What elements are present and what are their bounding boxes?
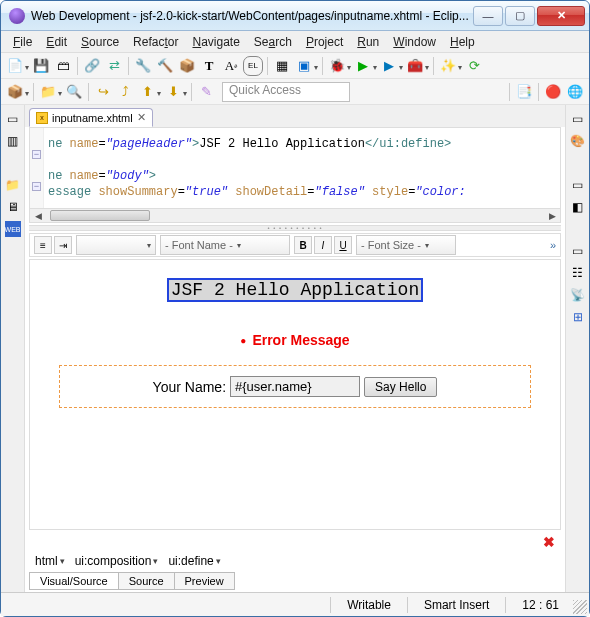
restore-view-icon[interactable]: ▭ [570,177,586,193]
menu-project[interactable]: Project [300,33,349,51]
tree-view-icon[interactable]: ⊞ [570,309,586,325]
new-wizard-icon[interactable]: ✨ [438,56,458,76]
split-resizer[interactable]: • • • • • • • • • • [29,225,561,231]
close-button[interactable]: ✕ [537,6,585,26]
wand-icon[interactable]: ✎ [196,82,216,102]
dropdown-icon[interactable]: ▾ [25,59,29,72]
italic-icon[interactable]: I [314,236,332,254]
restore-view-icon[interactable]: ▭ [570,243,586,259]
dropdown-icon[interactable]: ▾ [157,85,161,98]
page-heading[interactable]: JSF 2 Hello Application [169,280,421,300]
scrollbar-thumb[interactable] [50,210,150,221]
perspective-web-icon[interactable]: 🌐 [565,82,585,102]
run-icon[interactable]: ▶ [353,56,373,76]
package-icon[interactable]: 📦 [177,56,197,76]
quick-access-input[interactable]: Quick Access [222,82,350,102]
menu-refactor[interactable]: Refactor [127,33,184,51]
menu-help[interactable]: Help [444,33,481,51]
prev-icon[interactable]: ⬆ [137,82,157,102]
servers-view-icon[interactable]: 📡 [570,287,586,303]
box-icon[interactable]: ▦ [272,56,292,76]
properties-view-icon[interactable]: ☷ [570,265,586,281]
dropdown-icon[interactable]: ▾ [458,59,462,72]
tab-preview[interactable]: Preview [174,572,235,590]
next-icon[interactable]: ⬇ [163,82,183,102]
dropdown-icon[interactable]: ▾ [373,59,377,72]
align-indent-icon[interactable]: ⇥ [54,236,72,254]
menu-file[interactable]: File [7,33,38,51]
editor-tab[interactable]: x inputname.xhtml ✕ [29,108,153,127]
scroll-right-icon[interactable]: ▶ [544,209,560,222]
window-titlebar[interactable]: Web Development - jsf-2.0-kick-start/Web… [1,1,589,31]
menu-run[interactable]: Run [351,33,385,51]
scroll-left-icon[interactable]: ◀ [30,209,46,222]
sync-icon[interactable]: ⟳ [464,56,484,76]
tab-close-icon[interactable]: ✕ [137,111,146,124]
save-icon[interactable]: 💾 [31,56,51,76]
palette-icon[interactable]: 🎨 [570,133,586,149]
view-blank-icon[interactable] [570,221,586,237]
dropdown-icon[interactable]: ▾ [399,59,403,72]
perspective-jboss-icon[interactable]: 🔴 [543,82,563,102]
tab-visual-source[interactable]: Visual/Source [29,572,119,590]
bold-icon[interactable]: B [294,236,312,254]
new-icon[interactable]: 📄 [5,56,25,76]
font-size-select[interactable]: - Font Size -▾ [356,235,456,255]
say-hello-button[interactable]: Say Hello [364,377,437,397]
el-icon[interactable]: EL [243,56,263,76]
folder-icon[interactable]: 📁 [38,82,58,102]
outline-view-icon[interactable]: ◧ [570,199,586,215]
menu-navigate[interactable]: Navigate [186,33,245,51]
restore-view-icon[interactable]: ▭ [570,111,586,127]
dropdown-icon[interactable]: ▾ [25,85,29,98]
tool-icon[interactable]: 🔧 [133,56,153,76]
underline-icon[interactable]: U [334,236,352,254]
style-select[interactable]: ▾ [76,235,156,255]
link-icon[interactable]: 🔗 [82,56,102,76]
view-blank-icon[interactable] [570,155,586,171]
source-editor[interactable]: − − ne name="pageHeader">JSF 2 Hello App… [29,127,561,223]
save-all-icon[interactable]: 🗃 [53,56,73,76]
align-left-icon[interactable]: ≡ [34,236,52,254]
server-icon[interactable]: ▣ [294,56,314,76]
breadcrumb-item[interactable]: ui:composition ▾ [75,554,159,568]
font-icon[interactable]: Aè [221,56,241,76]
build-icon[interactable]: 🔨 [155,56,175,76]
view-outline-icon[interactable]: ▥ [5,133,21,149]
view-blank-icon[interactable] [5,155,21,171]
view-navigator-icon[interactable]: 📁 [5,177,21,193]
dropdown-icon[interactable]: ▾ [314,59,318,72]
run-server-icon[interactable]: ▶ [379,56,399,76]
visual-preview-pane[interactable]: JSF 2 Hello Application ● Error Message … [29,259,561,530]
dropdown-icon[interactable]: ▾ [425,59,429,72]
breadcrumb-item[interactable]: ui:define ▾ [168,554,220,568]
nav-b-icon[interactable]: ⤴ [115,82,135,102]
name-input[interactable]: #{user.name} [230,376,360,397]
horizontal-scrollbar[interactable]: ◀ ▶ [30,208,560,222]
maximize-button[interactable]: ▢ [505,6,535,26]
toolbar-overflow-icon[interactable]: » [550,239,556,251]
menu-search[interactable]: Search [248,33,298,51]
tab-source[interactable]: Source [118,572,175,590]
code-content[interactable]: ne name="pageHeader">JSF 2 Hello Applica… [30,128,560,208]
search-icon[interactable]: 🔍 [64,82,84,102]
package-tool-icon[interactable]: 📦 [5,82,25,102]
dropdown-icon[interactable]: ▾ [58,85,62,98]
menu-window[interactable]: Window [387,33,442,51]
close-preview-icon[interactable]: ✖ [25,530,565,550]
resize-grip-icon[interactable] [573,600,587,614]
perspective-open-icon[interactable]: 📑 [514,82,534,102]
breadcrumb-item[interactable]: html ▾ [35,554,65,568]
menu-edit[interactable]: Edit [40,33,73,51]
view-servers-icon[interactable]: 🖥 [5,199,21,215]
restore-view-icon[interactable]: ▭ [5,111,21,127]
menu-source[interactable]: Source [75,33,125,51]
dropdown-icon[interactable]: ▾ [183,85,187,98]
ext-tools-icon[interactable]: 🧰 [405,56,425,76]
debug-icon[interactable]: 🐞 [327,56,347,76]
nav-r-icon[interactable]: ↪ [93,82,113,102]
fold-icon[interactable]: − [32,182,41,191]
minimize-button[interactable]: — [473,6,503,26]
switch-icon[interactable]: ⇄ [104,56,124,76]
dropdown-icon[interactable]: ▾ [347,59,351,72]
